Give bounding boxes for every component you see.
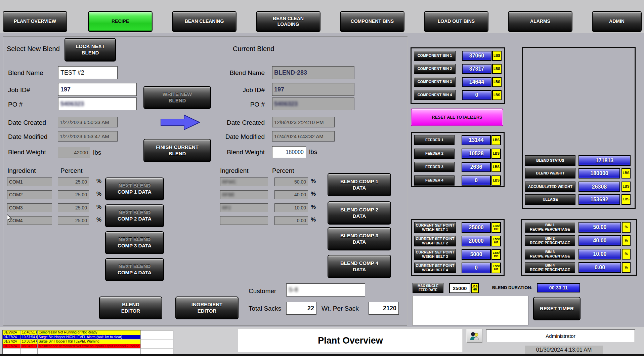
bin-1-recipe-percentage-unit: % <box>622 222 631 233</box>
feeder-3-value: 2636 <box>462 162 491 172</box>
current-percent-1-field: 50.00 <box>274 177 308 186</box>
component-bin-4-unit: LBS <box>492 90 502 100</box>
current-job-id-label: Job ID# <box>214 86 265 94</box>
current-blend-name-label: Blend Name <box>214 69 265 77</box>
current-ingredient-3-field: RF2 <box>220 203 268 212</box>
component-bin-4-value: 0 <box>462 90 491 100</box>
page-title: Plant Overview <box>318 335 383 346</box>
blend-comp-2-data-button[interactable]: BLEND COMP 2DATA <box>328 201 391 225</box>
weigh-belt-4-unit: LBS/HR <box>491 263 501 273</box>
nav-component-bins[interactable]: COMPONENT BINS <box>340 11 404 32</box>
next-blend-section-label: Select New Blend <box>7 45 60 53</box>
finish-current-blend-button[interactable]: FINISH CURRENTBLEND <box>143 139 211 162</box>
nav-bean-clean-loading[interactable]: BEAN CLEAN LOADING <box>256 11 320 32</box>
weigh-belt-1-value: 25000 <box>462 222 491 233</box>
alarm-row[interactable]: 01/29/24 12:48:51 PM Compressor Not Runn… <box>3 330 173 335</box>
next-percent-4-sign: % <box>96 216 101 223</box>
next-percent-3-field: 25.00 <box>58 203 89 212</box>
current-blend-weight-field[interactable]: 180000 <box>272 146 306 158</box>
next-blend-weight-label: Blend Weight <box>8 149 46 156</box>
blend-comp-3-data-button[interactable]: BLEND COMP 3DATA <box>328 227 391 250</box>
weigh-belt-2-value: 20000 <box>462 236 491 246</box>
blend-comp-1-data-button[interactable]: BLEND COMP 1DATA <box>328 173 391 196</box>
current-po-label: PO # <box>214 101 265 108</box>
next-job-id-field[interactable]: 197 <box>58 83 137 96</box>
bin-3-recipe-percentage-value: 10.00 <box>578 249 621 260</box>
current-ingredient-2-field: RFBE <box>220 190 268 199</box>
next-date-created-field: 1/27/2023 6:50:33 AM <box>58 117 118 127</box>
lock-next-blend-button[interactable]: LOCK NEXTBLEND <box>65 38 116 62</box>
accumulated-weight-value: 26308 <box>578 182 620 192</box>
alarm-row-empty <box>3 349 173 353</box>
blend-transfer-arrow-icon <box>161 114 200 130</box>
current-percent-4-sign: % <box>311 216 316 223</box>
feeder-2-label: FEEDER 2 <box>414 149 455 159</box>
component-bins-panel: COMPONENT BIN 1 37060 LBS COMPONENT BIN … <box>411 47 505 104</box>
blend-status-label: BLEND STATUS <box>525 155 575 166</box>
reset-timer-button[interactable]: RESET TIMER <box>533 297 581 320</box>
blend-status-panel: BLEND STATUS 171813 BLEND WEIGHT 180000 … <box>522 47 636 209</box>
next-po-field[interactable]: 5406323 <box>58 97 137 110</box>
ullage-label: ULLAGE <box>525 194 575 205</box>
alarm-row[interactable]: 01/27/24 10:36:54 AM Surge Bin Hopper HI… <box>3 340 173 344</box>
current-weight-unit-label: lbs <box>309 148 317 156</box>
recipe-screen: PLANT OVERVIEW RECIPE BEAN CLEANING BEAN… <box>0 0 644 356</box>
component-bin-1-value: 37060 <box>462 51 491 61</box>
component-bin-2-unit: LBS <box>492 64 502 74</box>
current-blend-name-field: BLEND-283 <box>272 66 354 79</box>
weigh-belt-2-label: CURRENT SET POINTWEIGH BELT 2 <box>414 236 456 246</box>
bottom-bar <box>0 354 644 356</box>
max-single-feed-rate-field[interactable]: 25000 <box>449 283 470 293</box>
reset-all-totalizers-button[interactable]: RESET ALL TOTALIZERS <box>411 109 503 126</box>
next-date-modified-field: 1/27/2023 6:53:47 AM <box>58 131 118 142</box>
alarm-row[interactable]: 01/27/24 10:37:54 AM Surge Bin Hopper HI… <box>3 335 173 340</box>
next-blend-comp-3-data-button[interactable]: NEXT BLENDCOMP 3 DATA <box>105 231 164 254</box>
next-blend-name-field[interactable]: TEST #2 <box>58 66 118 79</box>
ingredient-editor-button[interactable]: INGREDIENTEDITOR <box>175 296 239 319</box>
next-ingredient-header: Ingredient <box>7 167 36 174</box>
mouse-cursor <box>7 214 12 222</box>
nav-bean-cleaning[interactable]: BEAN CLEANING <box>172 11 237 32</box>
blend-editor-button[interactable]: BLENDEDITOR <box>99 296 162 319</box>
weigh-belt-setpoints-panel: CURRENT SET POINTWEIGH BELT 1 25000 LBS/… <box>411 219 505 276</box>
current-user-box: Administrator <box>486 329 635 342</box>
blend-notes-box[interactable] <box>412 296 528 325</box>
weigh-belt-4-value: 0 <box>462 263 491 273</box>
bin-3-recipe-percentage-unit: % <box>622 249 631 260</box>
bin-2-recipe-percentage-unit: % <box>622 235 631 246</box>
write-new-blend-button[interactable]: WRITE NEWBLEND <box>143 86 211 109</box>
nav-load-out-bins[interactable]: LOAD OUT BINS <box>424 11 488 32</box>
next-date-modified-label: Date Modified <box>8 133 47 141</box>
next-date-created-label: Date Created <box>8 119 46 126</box>
alarm-row[interactable]: 01/27/24 08:04:51 AM Maintenance demande… <box>3 344 173 349</box>
blend-comp-4-data-button[interactable]: BLEND COMP 4DATA <box>328 255 391 278</box>
component-bin-4-label: COMPONENT BIN 4 <box>414 90 456 100</box>
total-sacks-field[interactable]: 22 <box>286 302 316 315</box>
next-blend-comp-4-data-button[interactable]: NEXT BLENDCOMP 4 DATA <box>105 258 164 281</box>
nav-plant-overview[interactable]: PLANT OVERVIEW <box>3 11 67 32</box>
feeder-4-value: 0 <box>462 175 491 186</box>
next-blend-comp-1-data-button[interactable]: NEXT BLENDCOMP 1 DATA <box>105 177 164 200</box>
current-date-created-field: 12/8/2023 2:24:10 PM <box>272 117 335 127</box>
current-percent-1-sign: % <box>311 178 316 185</box>
nav-recipe[interactable]: RECIPE <box>88 11 153 32</box>
component-bin-3-value: 14644 <box>462 77 491 87</box>
blend-weight-value: 180000 <box>578 168 620 179</box>
current-job-id-field: 197 <box>272 83 354 96</box>
alarm-summary-table[interactable]: 01/29/24 12:48:51 PM Compressor Not Runn… <box>2 330 173 355</box>
wt-per-sack-field[interactable]: 2120 <box>369 302 399 315</box>
next-blend-comp-2-data-button[interactable]: NEXT BLENDCOMP 2 DATA <box>105 204 164 227</box>
bin-2-recipe-percentage-value: 40.00 <box>578 235 621 246</box>
customer-field[interactable]: S-8 <box>286 283 365 296</box>
feeders-panel: FEEDER 1 13144 LBS FEEDER 2 10528 LBS FE… <box>411 132 505 187</box>
feeder-4-unit: LBS <box>491 175 501 186</box>
nav-alarms[interactable]: ALARMS <box>508 11 572 32</box>
bin-4-recipe-percentage-label: BIN 4RECIPE PERCENTAGE <box>525 262 575 273</box>
login-user-button[interactable] <box>466 329 482 343</box>
next-percent-4-field: 25.00 <box>58 216 89 225</box>
accumulated-weight-label: ACCUMULATED WEIGHT <box>525 182 575 192</box>
feeder-4-label: FEEDER 4 <box>414 175 455 186</box>
total-sacks-label: Total Sacks <box>249 305 281 312</box>
feeder-2-unit: LBS <box>491 149 501 159</box>
nav-admin[interactable]: ADMIN <box>592 11 642 32</box>
